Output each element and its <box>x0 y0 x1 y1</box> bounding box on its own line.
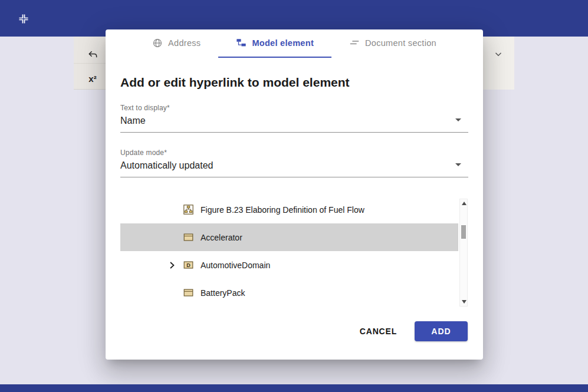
dropdown-caret-icon <box>455 118 461 124</box>
cancel-button[interactable]: CANCEL <box>359 322 398 341</box>
text-to-display-field: Text to display* Name <box>120 104 468 133</box>
tree-row-selected[interactable]: Accelerator <box>120 223 458 251</box>
chevron-right-icon[interactable] <box>167 260 183 271</box>
tab-label: Document section <box>365 38 436 48</box>
expander-slot <box>167 288 183 298</box>
field-value: Automatically updated <box>120 160 213 170</box>
model-element-icon <box>236 38 247 48</box>
expander-slot <box>167 232 183 243</box>
expander-slot <box>167 205 183 215</box>
tree-row[interactable]: BatteryPack <box>120 279 458 307</box>
tab-label: Address <box>168 38 201 48</box>
tree-item-label: Figure B.23 Elaboring Definition of Fuel… <box>201 205 364 215</box>
field-label: Update mode* <box>120 149 468 157</box>
chevron-down-icon[interactable] <box>491 47 506 62</box>
text-to-display-select[interactable]: Name <box>120 112 468 133</box>
scroll-down-icon[interactable] <box>462 300 467 304</box>
app-window: x² Address <box>0 0 588 392</box>
tree-scrollbar[interactable] <box>459 199 468 307</box>
dialog-tabs: Address Model element <box>106 29 483 58</box>
document-section-icon <box>349 38 360 48</box>
toolbar-right-section <box>482 37 514 90</box>
add-button[interactable]: ADD <box>415 321 468 341</box>
dialog-actions: CANCEL ADD <box>359 321 468 341</box>
hyperlink-dialog: Address Model element <box>106 29 483 360</box>
block-icon <box>183 232 193 242</box>
tab-document-section[interactable]: Document section <box>331 29 454 58</box>
update-mode-field: Update mode* Automatically updated <box>120 149 468 177</box>
undo-icon[interactable] <box>85 47 100 62</box>
update-mode-select[interactable]: Automatically updated <box>120 157 468 177</box>
superscript-button[interactable]: x² <box>85 71 100 86</box>
dialog-title: Add or edit hyperlink to model element <box>120 75 350 90</box>
tree-item-label: AutomotiveDomain <box>201 261 270 270</box>
tree-row[interactable]: D AutomotiveDomain <box>120 251 458 279</box>
tab-address[interactable]: Address <box>134 29 218 58</box>
tree-item-label: Accelerator <box>201 233 242 242</box>
field-label: Text to display* <box>120 104 468 112</box>
bottom-bar <box>0 384 588 392</box>
diagram-icon <box>183 205 193 215</box>
block-icon <box>183 288 193 298</box>
collapse-icon[interactable] <box>18 13 29 25</box>
model-element-tree: Figure B.23 Elaboring Definition of Fuel… <box>120 196 458 307</box>
domain-block-icon: D <box>183 260 193 270</box>
svg-text:D: D <box>186 262 190 268</box>
scroll-up-icon[interactable] <box>462 202 467 205</box>
tree-item-label: BatteryPack <box>201 288 245 298</box>
tab-label: Model element <box>252 38 314 48</box>
globe-icon <box>152 38 163 48</box>
tree-row[interactable]: Figure B.23 Elaboring Definition of Fuel… <box>120 196 458 223</box>
scrollbar-thumb[interactable] <box>461 225 466 239</box>
tab-model-element[interactable]: Model element <box>218 29 331 58</box>
field-value: Name <box>120 116 146 126</box>
dropdown-caret-icon <box>455 163 461 169</box>
